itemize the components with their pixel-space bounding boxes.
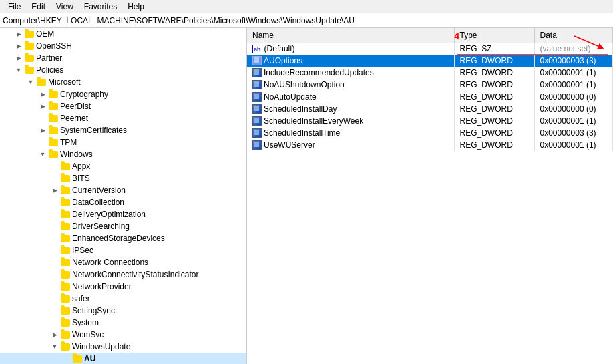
tree-label-openssh: OpenSSH (36, 41, 72, 51)
folder-icon-oem (24, 29, 35, 39)
menu-view[interactable]: View (51, 1, 79, 13)
folder-icon-peerdist (48, 102, 59, 111)
tree-item-datacollection[interactable]: ▶ DataCollection (0, 196, 246, 208)
expand-icon-wcmsvc[interactable]: ▶ (49, 329, 60, 340)
tree-item-networkprovider[interactable]: ▶ NetworkProvider (0, 281, 246, 293)
tree-label-ipsec: IPSec (72, 246, 93, 255)
registry-pane: 4 Name Type Data ab(Default)REG_SZ(value (247, 28, 613, 364)
menubar: File Edit View Favorites Help (0, 0, 613, 13)
tree-label-datacollection: DataCollection (72, 198, 124, 207)
tree-label-microsoft: Microsoft (48, 77, 81, 87)
folder-icon-ncsi (60, 270, 71, 279)
reg-type: REG_SZ (454, 43, 534, 55)
dword-icon (252, 92, 264, 102)
tree-item-systemcerts[interactable]: ▶ SystemCertificates (0, 124, 246, 136)
expand-icon-microsoft[interactable]: ▼ (25, 77, 36, 87)
tree-item-deliveryopt[interactable]: ▶ DeliveryOptimization (0, 208, 246, 220)
table-row[interactable]: IncludeRecommendedUpdatesREG_DWORD0x0000… (247, 67, 613, 79)
tree-item-ncsi[interactable]: ▶ NetworkConnectivityStatusIndicator (0, 268, 246, 281)
tree-item-wcmsvc[interactable]: ▶ WcmSvc (0, 329, 246, 341)
folder-icon-currentversion (60, 186, 71, 195)
tree-item-windowsupdate[interactable]: ▼ WindowsUpdate (0, 341, 246, 353)
tree-item-safer[interactable]: ▶ safer (0, 293, 246, 305)
tree-label-wcmsvc: WcmSvc (72, 330, 104, 339)
tree-pane[interactable]: ▶ OEM ▶ OpenSSH ▶ Partner ▼ Policies ▼ M… (0, 28, 247, 364)
folder-icon-cryptography (48, 89, 59, 99)
menu-file[interactable]: File (3, 1, 26, 13)
tree-label-oem: OEM (36, 29, 54, 39)
table-row[interactable]: NoAutoUpdateREG_DWORD0x00000000 (0) (247, 91, 613, 103)
tree-item-tpm[interactable]: ▶ TPM (0, 136, 246, 148)
reg-data: (value not set) (534, 43, 613, 55)
table-row[interactable]: ScheduledInstallDayREG_DWORD0x00000000 (… (247, 103, 613, 115)
tree-label-au: AU (84, 354, 95, 363)
tree-item-ipsec[interactable]: ▶ IPSec (0, 244, 246, 256)
reg-type: REG_DWORD (454, 103, 534, 115)
tree-item-partner[interactable]: ▶ Partner (0, 52, 246, 64)
tree-label-bits: BITS (72, 174, 90, 183)
addressbar: Computer\HKEY_LOCAL_MACHINE\SOFTWARE\Pol… (0, 13, 613, 28)
folder-icon-system (60, 318, 71, 327)
expand-icon-cryptography[interactable]: ▶ (37, 89, 48, 100)
table-row[interactable]: ScheduledInstallTimeREG_DWORD0x00000003 … (247, 127, 613, 139)
reg-name: NoAutoUpdate (264, 92, 317, 102)
expand-icon-systemcerts[interactable]: ▶ (37, 125, 48, 136)
tree-label-windowsupdate: WindowsUpdate (72, 342, 130, 351)
col-type: Type (454, 28, 534, 43)
tree-item-networkconn[interactable]: ▶ Network Connections (0, 256, 246, 268)
expand-icon-windows[interactable]: ▼ (37, 149, 48, 160)
expand-icon-peerdist[interactable]: ▶ (37, 101, 48, 112)
tree-item-currentversion[interactable]: ▶ CurrentVersion (0, 184, 246, 196)
tree-item-peernet[interactable]: ▶ Peernet (0, 112, 246, 124)
expand-icon-openssh[interactable]: ▶ (13, 41, 24, 51)
tree-item-peerdist[interactable]: ▶ PeerDist (0, 100, 246, 112)
tree-label-safer: safer (72, 294, 90, 303)
tree-item-settingsync[interactable]: ▶ SettingSync (0, 305, 246, 317)
tree-item-oem[interactable]: ▶ OEM (0, 28, 246, 40)
folder-icon-appx (60, 162, 71, 171)
folder-icon-partner (24, 53, 35, 63)
col-data: Data (534, 28, 613, 43)
tree-item-au[interactable]: ▶ AU (0, 353, 246, 364)
tree-label-tpm: TPM (60, 138, 77, 147)
reg-name: ScheduledInstallDay (264, 104, 337, 114)
tree-item-appx[interactable]: ▶ Appx (0, 160, 246, 172)
reg-type: REG_DWORD (454, 91, 534, 103)
folder-icon-driversearching (60, 222, 71, 231)
tree-item-policies[interactable]: ▼ Policies (0, 64, 246, 76)
tree-label-partner: Partner (36, 53, 62, 63)
expand-icon-policies[interactable]: ▼ (13, 65, 24, 75)
reg-type: REG_DWORD (454, 139, 534, 151)
table-row[interactable]: ab(Default)REG_SZ(value not set) (247, 43, 613, 55)
folder-icon-peernet (48, 114, 59, 123)
table-row[interactable]: AUOptionsREG_DWORD0x00000003 (3) (247, 55, 613, 67)
reg-data: 0x00000000 (0) (534, 91, 613, 103)
tree-item-windows[interactable]: ▼ Windows (0, 148, 246, 160)
tree-item-enhancedstorage[interactable]: ▶ EnhancedStorageDevices (0, 232, 246, 244)
tree-item-driversearching[interactable]: ▶ DriverSearching (0, 220, 246, 232)
tree-label-systemcerts: SystemCertificates (60, 126, 127, 135)
menu-edit[interactable]: Edit (26, 1, 51, 13)
tree-item-openssh[interactable]: ▶ OpenSSH (0, 40, 246, 52)
folder-icon-windows (48, 150, 59, 159)
expand-icon-currentversion[interactable]: ▶ (49, 185, 60, 196)
tree-label-settingsync: SettingSync (72, 306, 115, 315)
menu-favorites[interactable]: Favorites (79, 1, 122, 13)
expand-icon-partner[interactable]: ▶ (13, 53, 24, 63)
tree-item-cryptography[interactable]: ▶ Cryptography (0, 88, 246, 100)
folder-icon-datacollection (60, 198, 71, 207)
table-row[interactable]: UseWUServerREG_DWORD0x00000001 (1) (247, 139, 613, 151)
folder-icon-au (72, 354, 83, 363)
folder-icon-wcmsvc (60, 330, 71, 339)
expand-icon-windowsupdate[interactable]: ▼ (49, 341, 60, 352)
tree-item-microsoft[interactable]: ▼ Microsoft (0, 76, 246, 88)
menu-help[interactable]: Help (122, 1, 150, 13)
reg-type: REG_DWORD (454, 127, 534, 139)
tree-label-windows: Windows (60, 150, 93, 159)
tree-label-networkconn: Network Connections (72, 258, 148, 267)
tree-item-bits[interactable]: ▶ BITS (0, 172, 246, 184)
tree-item-system[interactable]: ▶ System (0, 317, 246, 329)
expand-icon-oem[interactable]: ▶ (13, 29, 24, 39)
table-row[interactable]: NoAUShutdownOptionREG_DWORD0x00000001 (1… (247, 79, 613, 91)
table-row[interactable]: ScheduledInstallEveryWeekREG_DWORD0x0000… (247, 115, 613, 127)
